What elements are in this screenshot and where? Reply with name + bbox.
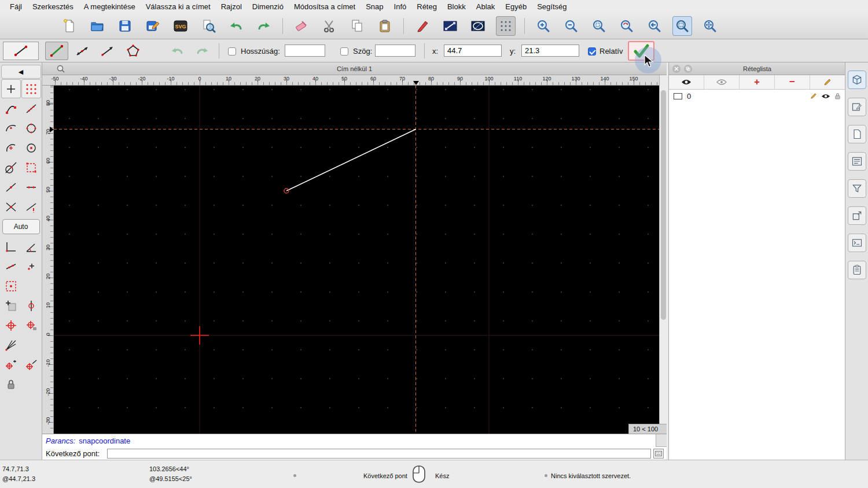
menu-snap[interactable]: Snap bbox=[361, 2, 388, 11]
layer-row[interactable]: 0 bbox=[669, 90, 845, 102]
dock-document-button[interactable] bbox=[848, 125, 866, 143]
command-scrollbar[interactable] bbox=[656, 434, 667, 447]
set-relative-zero-button[interactable] bbox=[1, 316, 21, 335]
menu-modify[interactable]: Módosítsa a címet bbox=[289, 2, 361, 11]
line-angle-button[interactable] bbox=[71, 42, 94, 60]
redo-button[interactable] bbox=[254, 16, 274, 36]
float-panel-button[interactable] bbox=[684, 65, 692, 73]
save-as-button[interactable] bbox=[143, 16, 163, 36]
dock-layer-list-button[interactable] bbox=[848, 152, 866, 171]
snap-divide-button[interactable] bbox=[1, 257, 21, 276]
edit-layer-button[interactable] bbox=[810, 75, 845, 89]
lock-layer-button[interactable] bbox=[1, 375, 21, 394]
relative-zero-box-button[interactable] bbox=[1, 276, 21, 295]
add-layer-button[interactable]: + bbox=[740, 75, 775, 89]
angle-snap-button[interactable] bbox=[21, 237, 41, 256]
snap-tangent-button[interactable] bbox=[1, 158, 21, 177]
remove-layer-button[interactable]: − bbox=[775, 75, 810, 89]
palette-back-button[interactable]: ◀ bbox=[1, 65, 41, 79]
menu-other[interactable]: Egyéb bbox=[500, 2, 532, 11]
snap-intersection-button[interactable] bbox=[1, 197, 21, 216]
auto-snap-button[interactable]: Auto bbox=[2, 219, 40, 234]
dock-insert-button[interactable] bbox=[848, 206, 866, 225]
menu-window[interactable]: Ablak bbox=[471, 2, 501, 11]
cut-button[interactable] bbox=[319, 16, 339, 36]
command-input[interactable] bbox=[107, 449, 651, 459]
zoom-out-button[interactable] bbox=[561, 16, 581, 36]
close-panel-button[interactable] bbox=[672, 65, 681, 73]
restrict-orthogonal-button[interactable] bbox=[1, 237, 21, 256]
polyline-button[interactable] bbox=[122, 42, 145, 60]
print-preview-button[interactable] bbox=[198, 16, 218, 36]
snap-intersection-manual-button[interactable] bbox=[21, 197, 41, 216]
hide-all-layers-button[interactable] bbox=[704, 75, 740, 89]
document-titlebar[interactable]: Cím nélkül 1 bbox=[42, 62, 667, 75]
line-attributes-button[interactable] bbox=[440, 16, 460, 36]
snap-middle-button[interactable] bbox=[1, 178, 21, 197]
length-checkbox[interactable] bbox=[228, 47, 236, 56]
ellipse-attributes-button[interactable] bbox=[468, 16, 488, 36]
dock-block-button[interactable] bbox=[848, 98, 866, 116]
y-input[interactable] bbox=[521, 45, 579, 57]
layer-lock-icon[interactable] bbox=[834, 93, 841, 99]
undo-button[interactable] bbox=[226, 16, 246, 36]
zoom-window-button[interactable] bbox=[672, 16, 692, 36]
zoom-redraw-button[interactable] bbox=[617, 16, 637, 36]
grid-toggle-button[interactable] bbox=[496, 16, 516, 36]
snap-quadrant-button[interactable] bbox=[21, 119, 41, 138]
menu-layer[interactable]: Réteg bbox=[411, 2, 442, 11]
open-file-button[interactable] bbox=[87, 16, 107, 36]
grid-plus-button[interactable] bbox=[1, 296, 21, 315]
copy-button[interactable] bbox=[347, 16, 367, 36]
dock-library-button[interactable] bbox=[848, 71, 866, 89]
drawing-canvas[interactable] bbox=[54, 86, 659, 434]
pen-attributes-button[interactable] bbox=[413, 16, 432, 36]
keyboard-button[interactable] bbox=[653, 449, 664, 459]
action-undo-button[interactable] bbox=[165, 42, 189, 60]
x-input[interactable] bbox=[444, 45, 502, 57]
snap-grid-button[interactable] bbox=[21, 79, 41, 98]
angle-checkbox[interactable] bbox=[340, 47, 348, 56]
show-all-layers-button[interactable] bbox=[669, 75, 704, 89]
line-two-points-button[interactable] bbox=[45, 42, 68, 60]
menu-block[interactable]: Blokk bbox=[442, 2, 471, 11]
snap-center-button[interactable] bbox=[1, 138, 21, 157]
layer-visible-icon[interactable] bbox=[821, 93, 830, 99]
line-vector-button[interactable] bbox=[96, 42, 119, 60]
snap-multiple-button[interactable] bbox=[21, 257, 41, 276]
selection-window-button[interactable] bbox=[21, 158, 41, 177]
zoom-pan-button[interactable] bbox=[700, 16, 720, 36]
scrollbar-thumb[interactable] bbox=[661, 90, 666, 320]
save-button[interactable] bbox=[115, 16, 135, 36]
menu-info[interactable]: Infó bbox=[389, 2, 412, 11]
delete-button[interactable] bbox=[292, 16, 311, 36]
lock-relative-zero-button[interactable] bbox=[21, 316, 41, 335]
snap-on-entity-button[interactable] bbox=[21, 99, 41, 118]
dock-command-button[interactable] bbox=[848, 234, 866, 252]
snap-coordinate-polar-button[interactable] bbox=[21, 355, 41, 374]
snap-coordinate-button[interactable] bbox=[1, 355, 21, 374]
length-input[interactable] bbox=[285, 45, 325, 57]
snap-endpoint-button[interactable] bbox=[1, 99, 21, 118]
paste-button[interactable] bbox=[375, 16, 395, 36]
zoom-in-button[interactable] bbox=[534, 16, 553, 36]
svg-export-button[interactable]: SVG bbox=[171, 16, 190, 36]
menu-edit[interactable]: Szerkesztés bbox=[27, 2, 79, 11]
snap-free-button[interactable] bbox=[1, 79, 21, 98]
construction-lines-button[interactable] bbox=[1, 335, 21, 354]
menu-file[interactable]: Fájl bbox=[5, 2, 27, 11]
auto-zoom-button[interactable] bbox=[589, 16, 609, 36]
snap-distance-button[interactable] bbox=[21, 178, 41, 197]
vertical-scrollbar[interactable] bbox=[659, 75, 667, 434]
dock-filter-button[interactable] bbox=[848, 179, 866, 198]
dock-clipboard-button[interactable] bbox=[848, 261, 866, 279]
menu-view[interactable]: A megtekintése bbox=[79, 2, 141, 11]
new-file-button[interactable] bbox=[60, 16, 79, 36]
menu-draw[interactable]: Rajzol bbox=[216, 2, 247, 11]
menu-help[interactable]: Segítség bbox=[532, 2, 572, 11]
angle-input[interactable] bbox=[375, 45, 415, 57]
menu-select[interactable]: Válassza ki a címet bbox=[141, 2, 216, 11]
menu-dimension[interactable]: Dimenzió bbox=[247, 2, 289, 11]
snap-nearest-button[interactable] bbox=[1, 119, 21, 138]
vertical-guide-button[interactable] bbox=[21, 296, 41, 315]
